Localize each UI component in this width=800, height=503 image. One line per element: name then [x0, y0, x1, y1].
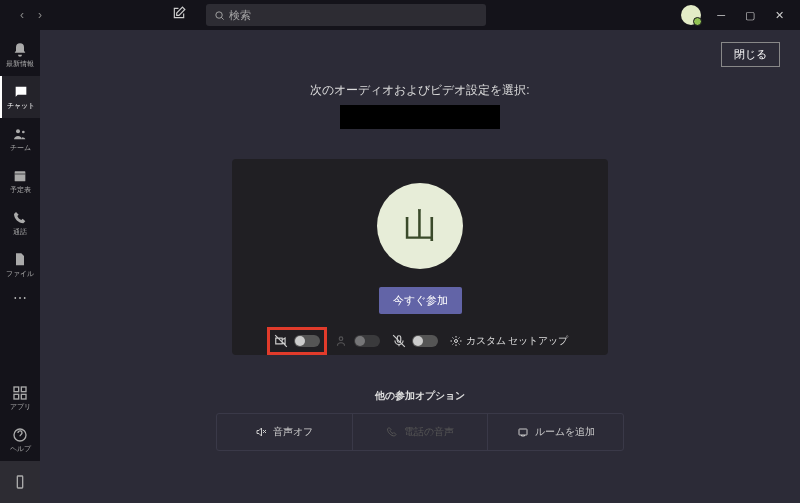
svg-rect-5 [21, 387, 26, 392]
other-options-heading: 他の参加オプション [40, 389, 800, 403]
rail-chat[interactable]: チャット [0, 76, 40, 118]
svg-rect-7 [21, 394, 26, 399]
close-window-button[interactable]: ✕ [775, 9, 784, 22]
app-rail: 最新情報 チャット チーム 予定表 通話 ファイル ⋯ アプリ [0, 30, 40, 503]
maximize-button[interactable]: ▢ [745, 9, 755, 22]
phone-icon [386, 426, 398, 438]
rail-more-icon[interactable]: ⋯ [13, 290, 27, 306]
rail-calendar[interactable]: 予定表 [0, 160, 40, 202]
room-icon [517, 426, 529, 438]
minimize-button[interactable]: ─ [717, 9, 725, 22]
rail-calls[interactable]: 通話 [0, 202, 40, 244]
compose-icon[interactable] [172, 6, 186, 24]
title-bar: ‹ › 検索 ─ ▢ ✕ [0, 0, 800, 30]
mic-toggle[interactable] [412, 335, 438, 347]
user-avatar[interactable] [681, 5, 701, 25]
svg-point-0 [216, 11, 222, 17]
mic-off-icon [392, 334, 406, 348]
settings-heading: 次のオーディオおよびビデオ設定を選択: [40, 82, 800, 99]
camera-toggle-group[interactable] [272, 332, 322, 350]
meeting-name-redacted [340, 105, 500, 129]
add-room-option[interactable]: ルームを追加 [487, 414, 623, 450]
search-placeholder: 検索 [229, 8, 251, 23]
blur-toggle-group[interactable] [334, 334, 380, 348]
gear-icon [450, 335, 462, 347]
video-preview-card: 山 今すぐ参加 カスタム セットアップ [232, 159, 608, 355]
camera-off-icon [274, 334, 288, 348]
background-blur-icon [334, 334, 348, 348]
join-now-button[interactable]: 今すぐ参加 [379, 287, 462, 314]
close-button[interactable]: 閉じる [721, 42, 780, 67]
audio-off-option[interactable]: 音声オフ [217, 414, 352, 450]
rail-device[interactable] [0, 461, 40, 503]
svg-point-1 [16, 129, 20, 133]
svg-rect-13 [519, 429, 527, 435]
rail-apps[interactable]: アプリ [0, 377, 40, 419]
rail-teams[interactable]: チーム [0, 118, 40, 160]
svg-rect-3 [15, 171, 26, 181]
mic-toggle-group[interactable] [392, 334, 438, 348]
user-avatar-large: 山 [377, 183, 463, 269]
speaker-off-icon [255, 426, 267, 438]
search-icon [214, 10, 225, 21]
svg-point-2 [22, 130, 25, 133]
phone-audio-option: 電話の音声 [352, 414, 488, 450]
rail-files[interactable]: ファイル [0, 244, 40, 286]
nav-back-icon[interactable]: ‹ [20, 8, 24, 22]
main-area: 閉じる 次のオーディオおよびビデオ設定を選択: 山 今すぐ参加 [40, 30, 800, 503]
svg-point-10 [339, 337, 343, 341]
custom-setup-link[interactable]: カスタム セットアップ [450, 334, 569, 348]
svg-rect-9 [17, 476, 22, 488]
nav-forward-icon: › [38, 8, 42, 22]
svg-rect-6 [14, 394, 19, 399]
svg-rect-4 [14, 387, 19, 392]
search-input[interactable]: 検索 [206, 4, 486, 26]
blur-toggle[interactable] [354, 335, 380, 347]
rail-activity[interactable]: 最新情報 [0, 34, 40, 76]
rail-help[interactable]: ヘルプ [0, 419, 40, 461]
other-options-row: 音声オフ 電話の音声 ルームを追加 [216, 413, 624, 451]
svg-point-12 [454, 340, 457, 343]
camera-toggle[interactable] [294, 335, 320, 347]
